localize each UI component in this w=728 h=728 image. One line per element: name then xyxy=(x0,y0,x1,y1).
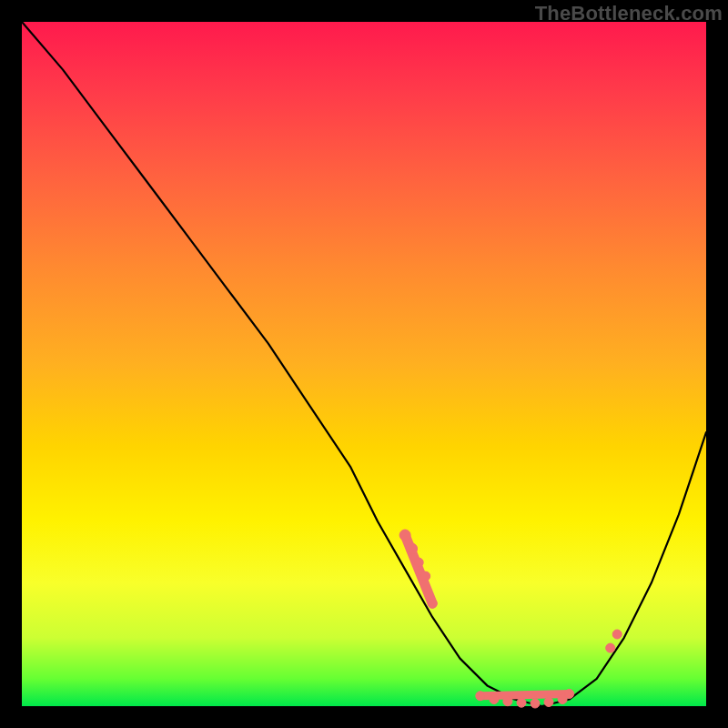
data-point xyxy=(414,558,423,567)
data-point xyxy=(407,543,418,554)
bottleneck-curve xyxy=(22,22,706,706)
data-point xyxy=(531,699,540,708)
data-point xyxy=(421,571,430,581)
data-point xyxy=(399,530,410,541)
data-point xyxy=(606,643,615,652)
data-point xyxy=(503,697,512,706)
data-point xyxy=(565,690,574,699)
curve-path xyxy=(22,22,706,706)
data-point xyxy=(476,692,485,701)
data-point xyxy=(612,630,622,639)
data-point xyxy=(428,599,437,608)
chart-frame xyxy=(22,22,706,706)
data-point xyxy=(490,695,499,704)
data-point xyxy=(517,698,526,707)
data-point xyxy=(544,698,553,707)
